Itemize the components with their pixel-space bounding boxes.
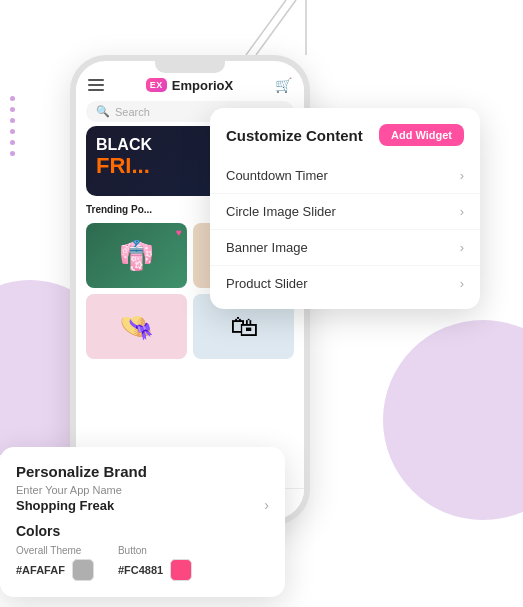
theme-swatch[interactable] xyxy=(72,559,94,581)
logo-badge: EX xyxy=(146,78,167,92)
customize-popup: Customize Content Add Widget Countdown T… xyxy=(210,108,480,309)
color-button: Button #FC4881 xyxy=(118,545,192,581)
phone-notch xyxy=(155,61,225,73)
product-card-1: ♥ 👘 xyxy=(86,223,187,288)
customize-title: Customize Content xyxy=(226,127,363,144)
svg-line-1 xyxy=(256,0,296,55)
colors-row: Overall Theme #AFAFAF Button #FC4881 xyxy=(16,545,269,581)
button-label: Button xyxy=(118,545,192,556)
product-card-3: 👒 xyxy=(86,294,187,359)
customize-item-circle-slider[interactable]: Circle Image Slider › xyxy=(210,194,480,230)
app-name-row: Shopping Freak › xyxy=(16,497,269,513)
app-name-label: Enter Your App Name xyxy=(16,484,269,496)
personalize-title: Personalize Brand xyxy=(16,463,269,480)
app-logo: EX EmporioX xyxy=(146,78,233,93)
customize-item-circle-label: Circle Image Slider xyxy=(226,204,336,219)
search-icon: 🔍 xyxy=(96,105,110,118)
chevron-right-icon-1: › xyxy=(460,168,464,183)
search-placeholder: Search xyxy=(115,106,150,118)
button-value-row: #FC4881 xyxy=(118,559,192,581)
customize-item-countdown[interactable]: Countdown Timer › xyxy=(210,158,480,194)
svg-line-0 xyxy=(246,0,286,55)
banner-text: BLACK FRI... xyxy=(96,136,152,178)
bg-circle-right xyxy=(383,320,523,520)
chevron-right-icon-4: › xyxy=(460,276,464,291)
color-theme: Overall Theme #AFAFAF xyxy=(16,545,94,581)
customize-item-countdown-label: Countdown Timer xyxy=(226,168,328,183)
app-name: EmporioX xyxy=(172,78,233,93)
add-widget-button[interactable]: Add Widget xyxy=(379,124,464,146)
deco-lines xyxy=(226,0,346,55)
app-name-value: Shopping Freak xyxy=(16,498,114,513)
customize-header: Customize Content Add Widget xyxy=(210,124,480,158)
customize-item-product-label: Product Slider xyxy=(226,276,308,291)
hamburger-icon[interactable] xyxy=(88,79,104,91)
customize-item-product-slider[interactable]: Product Slider › xyxy=(210,266,480,301)
banner-line2: FRI... xyxy=(96,154,152,178)
theme-value-row: #AFAFAF xyxy=(16,559,94,581)
customize-item-banner[interactable]: Banner Image › xyxy=(210,230,480,266)
theme-label: Overall Theme xyxy=(16,545,94,556)
button-hex: #FC4881 xyxy=(118,564,163,576)
personalize-panel: Personalize Brand Enter Your App Name Sh… xyxy=(0,447,285,597)
customize-item-banner-label: Banner Image xyxy=(226,240,308,255)
chevron-right-icon-2: › xyxy=(460,204,464,219)
cart-icon[interactable]: 🛒 xyxy=(275,77,292,93)
heart-icon-1: ♥ xyxy=(176,227,182,238)
phone-header: EX EmporioX 🛒 xyxy=(76,73,304,97)
button-swatch[interactable] xyxy=(170,559,192,581)
theme-hex: #AFAFAF xyxy=(16,564,65,576)
banner-line1: BLACK xyxy=(96,136,152,154)
app-name-chevron-icon[interactable]: › xyxy=(264,497,269,513)
dots-decoration xyxy=(10,90,15,162)
colors-title: Colors xyxy=(16,523,269,539)
chevron-right-icon-3: › xyxy=(460,240,464,255)
